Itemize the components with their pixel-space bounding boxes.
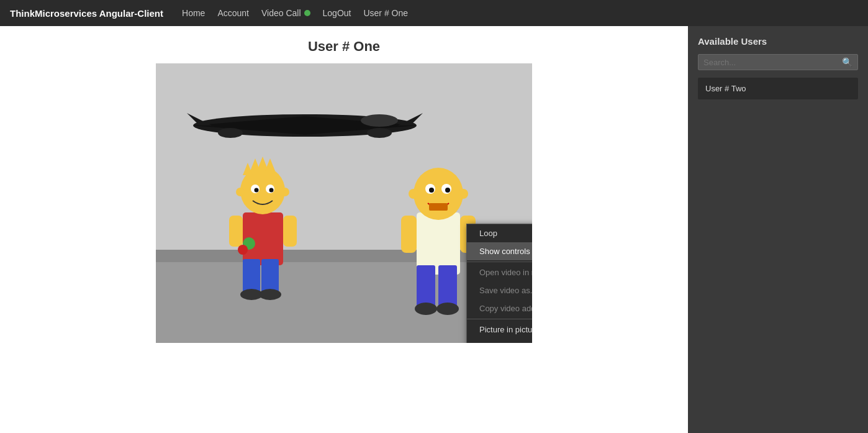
context-menu-loop[interactable]: Loop [467, 224, 532, 242]
context-menu-separator-1 [467, 262, 532, 262]
context-menu-separator-2 [467, 319, 532, 319]
context-menu-show-controls[interactable]: Show controls [467, 242, 532, 260]
svg-rect-24 [401, 216, 417, 253]
svg-point-7 [367, 128, 392, 138]
nav-logout[interactable]: LogOut [323, 8, 351, 18]
svg-rect-0 [156, 63, 532, 250]
svg-point-14 [415, 303, 437, 315]
nav-home[interactable]: Home [182, 8, 205, 18]
svg-rect-21 [429, 203, 448, 211]
context-menu-pip[interactable]: Picture in picture [467, 321, 532, 339]
search-box: 🔍 [698, 54, 858, 70]
svg-point-5 [361, 114, 398, 127]
svg-point-22 [409, 189, 418, 199]
svg-rect-42 [229, 216, 243, 247]
nav-user[interactable]: User # One [363, 8, 408, 18]
brand-logo: ThinkMicroservices Angular-Client [10, 8, 163, 19]
nav-video-call[interactable]: Video Call [261, 8, 310, 18]
svg-point-40 [236, 188, 245, 196]
context-menu: Loop Show controls Open video in new tab… [466, 224, 532, 343]
svg-point-39 [269, 188, 274, 193]
sidebar-title: Available Users [698, 36, 858, 47]
svg-point-16 [414, 168, 463, 220]
context-menu-cast[interactable]: Cast... [467, 339, 532, 343]
svg-point-6 [218, 128, 243, 138]
nav-account[interactable]: Account [217, 8, 249, 18]
main-container: User # One [0, 26, 868, 433]
svg-point-23 [458, 189, 468, 199]
context-menu-copy-address: Copy video address [467, 299, 532, 317]
svg-rect-27 [243, 259, 260, 293]
svg-rect-12 [417, 265, 435, 309]
video-container[interactable]: Loop Show controls Open video in new tab… [156, 63, 532, 343]
online-indicator-dot [304, 10, 310, 16]
svg-point-30 [259, 289, 281, 300]
svg-point-41 [281, 188, 289, 196]
search-input[interactable] [703, 58, 842, 67]
svg-point-15 [436, 303, 459, 315]
svg-point-20 [445, 188, 450, 193]
svg-point-19 [429, 188, 434, 193]
svg-point-38 [255, 188, 259, 193]
video-panel: User # One [0, 26, 688, 433]
context-menu-save-video: Save video as... Ctrl+S [467, 281, 532, 299]
svg-rect-13 [438, 265, 457, 309]
navbar: ThinkMicroservices Angular-Client Home A… [0, 0, 868, 26]
context-menu-open-new-tab: Open video in new tab [467, 263, 532, 281]
user-list-item-two[interactable]: User # Two [698, 78, 858, 99]
svg-rect-28 [261, 259, 279, 293]
search-icon: 🔍 [842, 57, 852, 67]
sidebar: Available Users 🔍 User # Two [688, 26, 868, 433]
svg-point-45 [238, 245, 248, 255]
page-title: User # One [308, 39, 380, 55]
svg-rect-43 [283, 216, 297, 247]
